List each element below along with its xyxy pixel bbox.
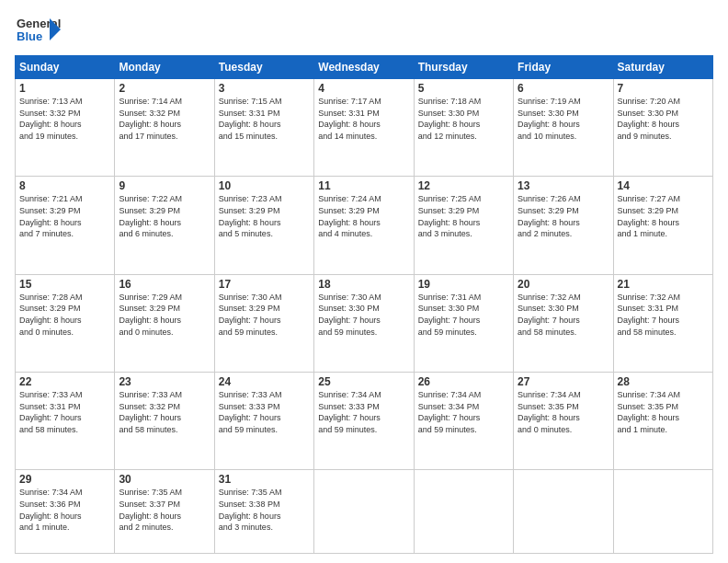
calendar-cell: 8Sunrise: 7:21 AM Sunset: 3:29 PM Daylig…	[16, 177, 115, 274]
day-number: 21	[618, 278, 709, 291]
day-info: Sunrise: 7:21 AM Sunset: 3:29 PM Dayligh…	[19, 193, 110, 239]
calendar-cell: 25Sunrise: 7:34 AM Sunset: 3:33 PM Dayli…	[314, 373, 414, 470]
weekday-header-monday: Monday	[115, 56, 214, 79]
day-info: Sunrise: 7:14 AM Sunset: 3:32 PM Dayligh…	[119, 96, 210, 142]
day-number: 4	[318, 82, 409, 95]
day-number: 20	[518, 278, 609, 291]
week-row-5: 29Sunrise: 7:34 AM Sunset: 3:36 PM Dayli…	[16, 470, 713, 554]
calendar-cell: 17Sunrise: 7:30 AM Sunset: 3:29 PM Dayli…	[214, 274, 313, 372]
calendar-cell: 27Sunrise: 7:34 AM Sunset: 3:35 PM Dayli…	[514, 373, 613, 470]
week-row-4: 22Sunrise: 7:33 AM Sunset: 3:31 PM Dayli…	[16, 373, 713, 470]
logo: GeneralBlue	[15, 13, 65, 48]
weekday-header-friday: Friday	[514, 56, 613, 79]
day-info: Sunrise: 7:15 AM Sunset: 3:31 PM Dayligh…	[219, 96, 310, 142]
day-info: Sunrise: 7:33 AM Sunset: 3:32 PM Dayligh…	[119, 389, 210, 435]
day-info: Sunrise: 7:20 AM Sunset: 3:30 PM Dayligh…	[618, 96, 709, 142]
day-info: Sunrise: 7:34 AM Sunset: 3:34 PM Dayligh…	[418, 389, 509, 435]
day-info: Sunrise: 7:18 AM Sunset: 3:30 PM Dayligh…	[418, 96, 509, 142]
calendar-cell: 20Sunrise: 7:32 AM Sunset: 3:30 PM Dayli…	[514, 274, 613, 372]
day-info: Sunrise: 7:34 AM Sunset: 3:35 PM Dayligh…	[618, 389, 709, 435]
calendar-cell: 14Sunrise: 7:27 AM Sunset: 3:29 PM Dayli…	[613, 177, 712, 274]
day-info: Sunrise: 7:13 AM Sunset: 3:32 PM Dayligh…	[19, 96, 110, 142]
day-info: Sunrise: 7:25 AM Sunset: 3:29 PM Dayligh…	[418, 193, 509, 239]
calendar-cell: 23Sunrise: 7:33 AM Sunset: 3:32 PM Dayli…	[115, 373, 214, 470]
day-info: Sunrise: 7:26 AM Sunset: 3:29 PM Dayligh…	[518, 193, 609, 239]
weekday-header-tuesday: Tuesday	[214, 56, 313, 79]
day-number: 7	[618, 82, 709, 95]
weekday-header-sunday: Sunday	[16, 56, 115, 79]
day-number: 25	[318, 375, 409, 388]
calendar-cell: 11Sunrise: 7:24 AM Sunset: 3:29 PM Dayli…	[314, 177, 414, 274]
calendar-cell: 26Sunrise: 7:34 AM Sunset: 3:34 PM Dayli…	[414, 373, 513, 470]
calendar-cell: 31Sunrise: 7:35 AM Sunset: 3:38 PM Dayli…	[214, 470, 313, 554]
day-number: 22	[19, 375, 110, 388]
day-number: 23	[119, 375, 210, 388]
calendar-cell: 29Sunrise: 7:34 AM Sunset: 3:36 PM Dayli…	[16, 470, 115, 554]
day-info: Sunrise: 7:33 AM Sunset: 3:31 PM Dayligh…	[19, 389, 110, 435]
calendar-cell: 18Sunrise: 7:30 AM Sunset: 3:30 PM Dayli…	[314, 274, 414, 372]
calendar-cell: 24Sunrise: 7:33 AM Sunset: 3:33 PM Dayli…	[214, 373, 313, 470]
weekday-header-row: SundayMondayTuesdayWednesdayThursdayFrid…	[16, 56, 713, 79]
svg-text:Blue: Blue	[17, 29, 42, 43]
day-number: 16	[119, 278, 210, 291]
day-info: Sunrise: 7:30 AM Sunset: 3:30 PM Dayligh…	[318, 292, 409, 338]
day-info: Sunrise: 7:28 AM Sunset: 3:29 PM Dayligh…	[19, 292, 110, 338]
day-number: 12	[418, 179, 509, 192]
calendar-cell	[414, 470, 513, 554]
calendar-cell: 9Sunrise: 7:22 AM Sunset: 3:29 PM Daylig…	[115, 177, 214, 274]
week-row-1: 1Sunrise: 7:13 AM Sunset: 3:32 PM Daylig…	[16, 79, 713, 177]
day-info: Sunrise: 7:27 AM Sunset: 3:29 PM Dayligh…	[618, 193, 709, 239]
calendar-cell	[314, 470, 414, 554]
day-number: 19	[418, 278, 509, 291]
calendar-cell: 30Sunrise: 7:35 AM Sunset: 3:37 PM Dayli…	[115, 470, 214, 554]
calendar-cell: 21Sunrise: 7:32 AM Sunset: 3:31 PM Dayli…	[613, 274, 712, 372]
calendar-page: GeneralBlue SundayMondayTuesdayWednesday…	[0, 0, 728, 563]
day-number: 30	[119, 473, 210, 486]
day-number: 26	[418, 375, 509, 388]
day-info: Sunrise: 7:34 AM Sunset: 3:35 PM Dayligh…	[518, 389, 609, 435]
weekday-header-saturday: Saturday	[613, 56, 712, 79]
day-info: Sunrise: 7:23 AM Sunset: 3:29 PM Dayligh…	[219, 193, 310, 239]
calendar-cell: 2Sunrise: 7:14 AM Sunset: 3:32 PM Daylig…	[115, 79, 214, 177]
day-info: Sunrise: 7:32 AM Sunset: 3:30 PM Dayligh…	[518, 292, 609, 338]
calendar-cell: 28Sunrise: 7:34 AM Sunset: 3:35 PM Dayli…	[613, 373, 712, 470]
calendar-cell: 4Sunrise: 7:17 AM Sunset: 3:31 PM Daylig…	[314, 79, 414, 177]
header: GeneralBlue	[15, 13, 713, 48]
day-number: 18	[318, 278, 409, 291]
day-number: 13	[518, 179, 609, 192]
calendar-cell: 3Sunrise: 7:15 AM Sunset: 3:31 PM Daylig…	[214, 79, 313, 177]
day-info: Sunrise: 7:34 AM Sunset: 3:36 PM Dayligh…	[19, 487, 110, 533]
calendar-cell	[514, 470, 613, 554]
calendar-table: SundayMondayTuesdayWednesdayThursdayFrid…	[15, 55, 713, 554]
day-info: Sunrise: 7:24 AM Sunset: 3:29 PM Dayligh…	[318, 193, 409, 239]
day-info: Sunrise: 7:30 AM Sunset: 3:29 PM Dayligh…	[219, 292, 310, 338]
week-row-3: 15Sunrise: 7:28 AM Sunset: 3:29 PM Dayli…	[16, 274, 713, 372]
week-row-2: 8Sunrise: 7:21 AM Sunset: 3:29 PM Daylig…	[16, 177, 713, 274]
day-info: Sunrise: 7:35 AM Sunset: 3:38 PM Dayligh…	[219, 487, 310, 533]
calendar-cell: 13Sunrise: 7:26 AM Sunset: 3:29 PM Dayli…	[514, 177, 613, 274]
day-number: 31	[219, 473, 310, 486]
day-info: Sunrise: 7:32 AM Sunset: 3:31 PM Dayligh…	[618, 292, 709, 338]
calendar-cell: 10Sunrise: 7:23 AM Sunset: 3:29 PM Dayli…	[214, 177, 313, 274]
calendar-cell: 1Sunrise: 7:13 AM Sunset: 3:32 PM Daylig…	[16, 79, 115, 177]
day-number: 1	[19, 82, 110, 95]
logo-svg: GeneralBlue	[15, 13, 65, 48]
day-number: 11	[318, 179, 409, 192]
calendar-cell: 15Sunrise: 7:28 AM Sunset: 3:29 PM Dayli…	[16, 274, 115, 372]
day-number: 17	[219, 278, 310, 291]
calendar-cell: 19Sunrise: 7:31 AM Sunset: 3:30 PM Dayli…	[414, 274, 513, 372]
day-number: 15	[19, 278, 110, 291]
day-number: 28	[618, 375, 709, 388]
day-number: 29	[19, 473, 110, 486]
day-info: Sunrise: 7:17 AM Sunset: 3:31 PM Dayligh…	[318, 96, 409, 142]
day-number: 6	[518, 82, 609, 95]
day-number: 2	[119, 82, 210, 95]
day-number: 3	[219, 82, 310, 95]
day-number: 10	[219, 179, 310, 192]
day-info: Sunrise: 7:22 AM Sunset: 3:29 PM Dayligh…	[119, 193, 210, 239]
day-number: 9	[119, 179, 210, 192]
day-info: Sunrise: 7:19 AM Sunset: 3:30 PM Dayligh…	[518, 96, 609, 142]
day-number: 24	[219, 375, 310, 388]
calendar-cell: 16Sunrise: 7:29 AM Sunset: 3:29 PM Dayli…	[115, 274, 214, 372]
calendar-cell: 5Sunrise: 7:18 AM Sunset: 3:30 PM Daylig…	[414, 79, 513, 177]
